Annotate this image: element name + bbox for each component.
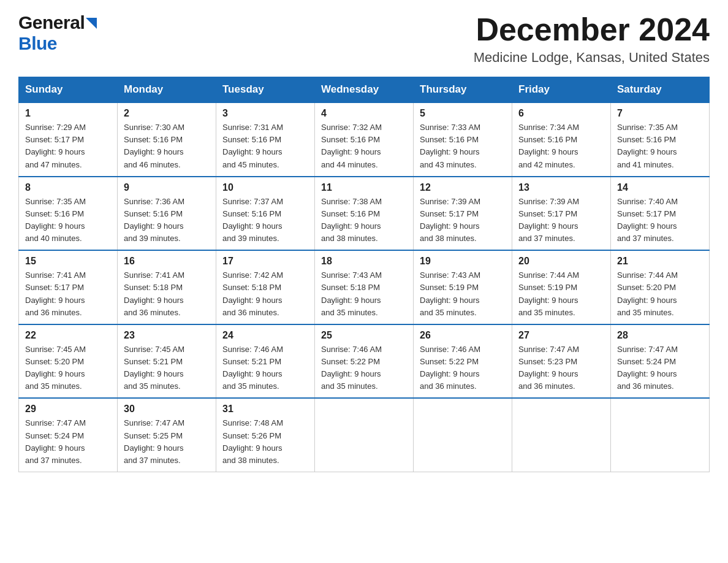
day-number: 28 [617, 330, 703, 341]
calendar-cell: 24 Sunrise: 7:46 AM Sunset: 5:21 PM Dayl… [216, 324, 315, 399]
day-number: 14 [617, 182, 703, 193]
day-header-monday: Monday [118, 77, 216, 103]
day-info: Sunrise: 7:30 AM Sunset: 5:16 PM Dayligh… [124, 121, 210, 171]
calendar-cell: 27 Sunrise: 7:47 AM Sunset: 5:23 PM Dayl… [512, 324, 611, 399]
calendar-cell [315, 398, 414, 472]
day-header-sunday: Sunday [19, 77, 118, 103]
day-number: 22 [25, 330, 111, 341]
calendar-cell: 18 Sunrise: 7:43 AM Sunset: 5:18 PM Dayl… [315, 250, 414, 324]
calendar-cell: 6 Sunrise: 7:34 AM Sunset: 5:16 PM Dayli… [512, 102, 611, 177]
calendar-cell: 28 Sunrise: 7:47 AM Sunset: 5:24 PM Dayl… [611, 324, 710, 399]
day-info: Sunrise: 7:33 AM Sunset: 5:16 PM Dayligh… [420, 121, 506, 171]
calendar-cell: 2 Sunrise: 7:30 AM Sunset: 5:16 PM Dayli… [118, 102, 216, 177]
day-info: Sunrise: 7:45 AM Sunset: 5:20 PM Dayligh… [25, 343, 111, 393]
day-info: Sunrise: 7:46 AM Sunset: 5:22 PM Dayligh… [321, 343, 407, 393]
day-number: 13 [518, 182, 604, 193]
calendar-cell: 25 Sunrise: 7:46 AM Sunset: 5:22 PM Dayl… [315, 324, 414, 399]
calendar-week-3: 15 Sunrise: 7:41 AM Sunset: 5:17 PM Dayl… [19, 250, 710, 324]
calendar-cell: 29 Sunrise: 7:47 AM Sunset: 5:24 PM Dayl… [19, 398, 118, 472]
day-info: Sunrise: 7:35 AM Sunset: 5:16 PM Dayligh… [617, 121, 703, 171]
day-info: Sunrise: 7:42 AM Sunset: 5:18 PM Dayligh… [222, 269, 308, 319]
day-number: 1 [25, 108, 111, 119]
calendar-week-5: 29 Sunrise: 7:47 AM Sunset: 5:24 PM Dayl… [19, 398, 710, 472]
day-info: Sunrise: 7:39 AM Sunset: 5:17 PM Dayligh… [518, 196, 604, 245]
calendar-cell: 13 Sunrise: 7:39 AM Sunset: 5:17 PM Dayl… [512, 177, 611, 251]
calendar-header-row: SundayMondayTuesdayWednesdayThursdayFrid… [19, 77, 710, 103]
day-number: 27 [518, 330, 604, 341]
day-number: 24 [222, 330, 308, 341]
page-header: General Blue December 2024 Medicine Lodg… [18, 12, 710, 66]
day-number: 3 [222, 108, 308, 119]
day-info: Sunrise: 7:48 AM Sunset: 5:26 PM Dayligh… [222, 417, 308, 467]
calendar-cell: 14 Sunrise: 7:40 AM Sunset: 5:17 PM Dayl… [611, 177, 710, 251]
day-info: Sunrise: 7:43 AM Sunset: 5:19 PM Dayligh… [420, 269, 506, 319]
day-info: Sunrise: 7:43 AM Sunset: 5:18 PM Dayligh… [321, 269, 407, 319]
calendar-cell: 3 Sunrise: 7:31 AM Sunset: 5:16 PM Dayli… [216, 102, 315, 177]
calendar-cell: 17 Sunrise: 7:42 AM Sunset: 5:18 PM Dayl… [216, 250, 315, 324]
calendar-week-4: 22 Sunrise: 7:45 AM Sunset: 5:20 PM Dayl… [19, 324, 710, 399]
day-number: 26 [420, 330, 506, 341]
day-info: Sunrise: 7:45 AM Sunset: 5:21 PM Dayligh… [124, 343, 210, 393]
calendar-cell: 12 Sunrise: 7:39 AM Sunset: 5:17 PM Dayl… [414, 177, 512, 251]
day-number: 11 [321, 182, 407, 193]
calendar-cell: 5 Sunrise: 7:33 AM Sunset: 5:16 PM Dayli… [414, 102, 512, 177]
day-number: 17 [222, 256, 308, 267]
month-title: December 2024 [474, 12, 710, 47]
calendar-table: SundayMondayTuesdayWednesdayThursdayFrid… [18, 77, 710, 472]
calendar-cell: 16 Sunrise: 7:41 AM Sunset: 5:18 PM Dayl… [118, 250, 216, 324]
calendar-cell: 19 Sunrise: 7:43 AM Sunset: 5:19 PM Dayl… [414, 250, 512, 324]
calendar-cell: 23 Sunrise: 7:45 AM Sunset: 5:21 PM Dayl… [118, 324, 216, 399]
day-info: Sunrise: 7:29 AM Sunset: 5:17 PM Dayligh… [25, 121, 111, 171]
calendar-cell: 26 Sunrise: 7:46 AM Sunset: 5:22 PM Dayl… [414, 324, 512, 399]
calendar-cell: 4 Sunrise: 7:32 AM Sunset: 5:16 PM Dayli… [315, 102, 414, 177]
calendar-week-2: 8 Sunrise: 7:35 AM Sunset: 5:16 PM Dayli… [19, 177, 710, 251]
day-header-thursday: Thursday [414, 77, 512, 103]
calendar-cell: 8 Sunrise: 7:35 AM Sunset: 5:16 PM Dayli… [19, 177, 118, 251]
day-info: Sunrise: 7:44 AM Sunset: 5:19 PM Dayligh… [518, 269, 604, 319]
day-number: 16 [124, 256, 210, 267]
day-number: 31 [222, 404, 308, 415]
day-info: Sunrise: 7:39 AM Sunset: 5:17 PM Dayligh… [420, 196, 506, 245]
day-info: Sunrise: 7:35 AM Sunset: 5:16 PM Dayligh… [25, 196, 111, 245]
day-number: 29 [25, 404, 111, 415]
calendar-cell: 30 Sunrise: 7:47 AM Sunset: 5:25 PM Dayl… [118, 398, 216, 472]
day-info: Sunrise: 7:47 AM Sunset: 5:24 PM Dayligh… [617, 343, 703, 393]
day-header-tuesday: Tuesday [216, 77, 315, 103]
day-info: Sunrise: 7:31 AM Sunset: 5:16 PM Dayligh… [222, 121, 308, 171]
day-number: 18 [321, 256, 407, 267]
day-number: 4 [321, 108, 407, 119]
day-number: 8 [25, 182, 111, 193]
day-number: 21 [617, 256, 703, 267]
calendar-week-1: 1 Sunrise: 7:29 AM Sunset: 5:17 PM Dayli… [19, 102, 710, 177]
calendar-cell [611, 398, 710, 472]
calendar-cell: 9 Sunrise: 7:36 AM Sunset: 5:16 PM Dayli… [118, 177, 216, 251]
day-number: 6 [518, 108, 604, 119]
day-info: Sunrise: 7:44 AM Sunset: 5:20 PM Dayligh… [617, 269, 703, 319]
calendar-cell: 7 Sunrise: 7:35 AM Sunset: 5:16 PM Dayli… [611, 102, 710, 177]
day-info: Sunrise: 7:34 AM Sunset: 5:16 PM Dayligh… [518, 121, 604, 171]
calendar-cell: 21 Sunrise: 7:44 AM Sunset: 5:20 PM Dayl… [611, 250, 710, 324]
calendar-cell: 20 Sunrise: 7:44 AM Sunset: 5:19 PM Dayl… [512, 250, 611, 324]
day-info: Sunrise: 7:38 AM Sunset: 5:16 PM Dayligh… [321, 196, 407, 245]
calendar-cell [414, 398, 512, 472]
day-number: 20 [518, 256, 604, 267]
calendar-cell: 15 Sunrise: 7:41 AM Sunset: 5:17 PM Dayl… [19, 250, 118, 324]
day-number: 12 [420, 182, 506, 193]
logo-triangle-icon [86, 18, 97, 29]
day-number: 10 [222, 182, 308, 193]
day-number: 23 [124, 330, 210, 341]
title-section: December 2024 Medicine Lodge, Kansas, Un… [474, 12, 710, 66]
day-info: Sunrise: 7:47 AM Sunset: 5:25 PM Dayligh… [124, 417, 210, 467]
day-number: 30 [124, 404, 210, 415]
svg-marker-0 [86, 18, 97, 29]
day-number: 9 [124, 182, 210, 193]
day-header-wednesday: Wednesday [315, 77, 414, 103]
logo-general: General [18, 12, 85, 33]
logo: General Blue [18, 12, 97, 54]
day-number: 25 [321, 330, 407, 341]
day-info: Sunrise: 7:46 AM Sunset: 5:21 PM Dayligh… [222, 343, 308, 393]
day-info: Sunrise: 7:41 AM Sunset: 5:17 PM Dayligh… [25, 269, 111, 319]
day-info: Sunrise: 7:47 AM Sunset: 5:23 PM Dayligh… [518, 343, 604, 393]
calendar-cell [512, 398, 611, 472]
calendar-cell: 31 Sunrise: 7:48 AM Sunset: 5:26 PM Dayl… [216, 398, 315, 472]
